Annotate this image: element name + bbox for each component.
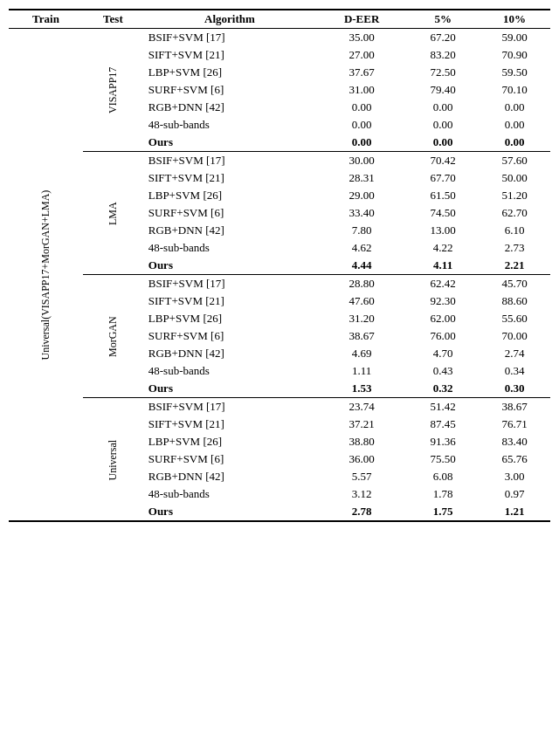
p10-cell: 55.60 [479,310,550,327]
p10-cell: 38.67 [479,398,550,416]
algorithm-cell: SURF+SVM [6] [143,327,316,345]
deer-cell: 35.00 [316,29,407,47]
p10-cell: 76.71 [479,416,550,433]
p10-cell: 70.90 [479,46,550,64]
deer-cell: 37.21 [316,416,407,433]
deer-cell: 0.00 [316,99,407,116]
header-deer: D-EER [316,10,407,29]
p10-cell: 3.00 [479,468,550,485]
p10-cell: 70.00 [479,327,550,345]
deer-cell: 7.80 [316,222,407,239]
deer-cell: 1.11 [316,362,407,380]
deer-cell: 30.00 [316,152,407,170]
p10-cell: 0.00 [479,134,550,152]
deer-cell: 27.00 [316,46,407,64]
p5-cell: 83.20 [407,46,479,64]
algorithm-cell: 48-sub-bands [143,239,316,257]
algorithm-cell: BSIF+SVM [17] [143,29,316,47]
p5-cell: 4.70 [407,345,479,362]
p5-cell: 92.30 [407,292,479,310]
algorithm-cell: 48-sub-bands [143,116,316,134]
p10-cell: 0.30 [479,380,550,398]
p10-cell: 45.70 [479,275,550,293]
p5-cell: 13.00 [407,222,479,239]
p10-cell: 59.50 [479,64,550,81]
p5-cell: 67.70 [407,169,479,187]
p5-cell: 91.36 [407,433,479,450]
table-row: LMABSIF+SVM [17]30.0070.4257.60 [9,152,550,170]
algorithm-cell: RGB+DNN [42] [143,222,316,239]
p10-cell: 65.76 [479,450,550,468]
train-label: Universal(VISAPP17+MorGAN+LMA) [9,29,83,522]
p5-cell: 6.08 [407,468,479,485]
algorithm-cell: RGB+DNN [42] [143,99,316,116]
deer-cell: 31.20 [316,310,407,327]
algorithm-cell: Ours [143,257,316,275]
algorithm-cell: SURF+SVM [6] [143,450,316,468]
p5-cell: 62.42 [407,275,479,293]
deer-cell: 28.80 [316,275,407,293]
p10-cell: 51.20 [479,187,550,204]
algorithm-cell: BSIF+SVM [17] [143,275,316,293]
algorithm-cell: SURF+SVM [6] [143,204,316,222]
algorithm-cell: LBP+SVM [26] [143,310,316,327]
p5-cell: 4.11 [407,257,479,275]
deer-cell: 5.57 [316,468,407,485]
p5-cell: 62.00 [407,310,479,327]
p10-cell: 50.00 [479,169,550,187]
algorithm-cell: Ours [143,503,316,521]
algorithm-cell: RGB+DNN [42] [143,345,316,362]
algorithm-cell: Ours [143,380,316,398]
p10-cell: 59.00 [479,29,550,47]
p5-cell: 70.42 [407,152,479,170]
deer-cell: 23.74 [316,398,407,416]
test-label: MorGAN [83,275,143,398]
deer-cell: 0.00 [316,116,407,134]
deer-cell: 31.00 [316,81,407,99]
p5-cell: 0.00 [407,134,479,152]
p10-cell: 0.97 [479,485,550,503]
p10-cell: 0.34 [479,362,550,380]
table-wrapper: Train Test Algorithm D-EER 5% 10% Univer… [9,9,550,522]
p5-cell: 61.50 [407,187,479,204]
test-label: VISAPP17 [83,29,143,152]
test-label: LMA [83,152,143,275]
algorithm-cell: LBP+SVM [26] [143,187,316,204]
table-row: UniversalBSIF+SVM [17]23.7451.4238.67 [9,398,550,416]
p5-cell: 87.45 [407,416,479,433]
p5-cell: 0.00 [407,99,479,116]
deer-cell: 29.00 [316,187,407,204]
p10-cell: 2.73 [479,239,550,257]
p5-cell: 0.32 [407,380,479,398]
header-algorithm: Algorithm [143,10,316,29]
p10-cell: 2.21 [479,257,550,275]
deer-cell: 47.60 [316,292,407,310]
p10-cell: 88.60 [479,292,550,310]
header-train: Train [9,10,83,29]
algorithm-cell: Ours [143,134,316,152]
p5-cell: 72.50 [407,64,479,81]
header-test: Test [83,10,143,29]
p5-cell: 4.22 [407,239,479,257]
results-table: Train Test Algorithm D-EER 5% 10% Univer… [9,9,550,522]
table-row: Universal(VISAPP17+MorGAN+LMA)VISAPP17BS… [9,29,550,47]
header-p5: 5% [407,10,479,29]
algorithm-cell: RGB+DNN [42] [143,468,316,485]
algorithm-cell: SIFT+SVM [21] [143,292,316,310]
p10-cell: 70.10 [479,81,550,99]
algorithm-cell: SIFT+SVM [21] [143,46,316,64]
p10-cell: 0.00 [479,99,550,116]
p5-cell: 0.43 [407,362,479,380]
algorithm-cell: 48-sub-bands [143,362,316,380]
deer-cell: 2.78 [316,503,407,521]
p10-cell: 62.70 [479,204,550,222]
deer-cell: 38.67 [316,327,407,345]
algorithm-cell: SIFT+SVM [21] [143,416,316,433]
header-p10: 10% [479,10,550,29]
algorithm-cell: BSIF+SVM [17] [143,398,316,416]
p5-cell: 51.42 [407,398,479,416]
deer-cell: 38.80 [316,433,407,450]
table-row: MorGANBSIF+SVM [17]28.8062.4245.70 [9,275,550,293]
p5-cell: 67.20 [407,29,479,47]
p5-cell: 1.75 [407,503,479,521]
